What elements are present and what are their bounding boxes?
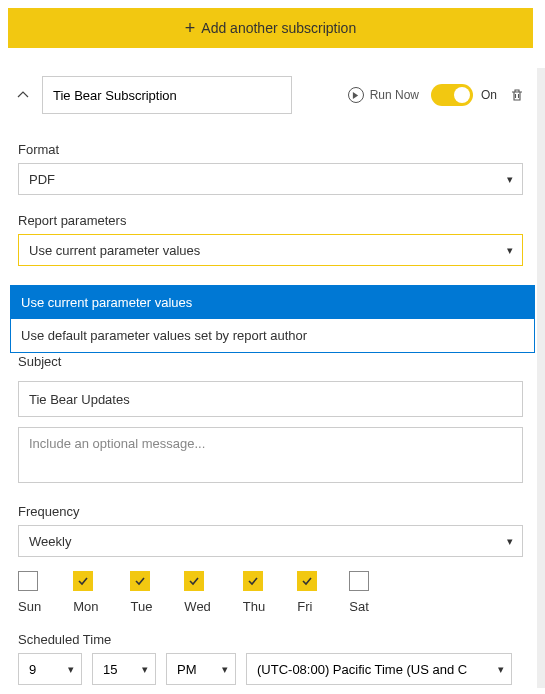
day-wed: Wed — [184, 571, 211, 614]
frequency-select[interactable]: Weekly — [18, 525, 523, 557]
subject-label: Subject — [18, 354, 523, 369]
ampm-select[interactable]: PM — [166, 653, 236, 685]
day-mon: Mon — [73, 571, 98, 614]
day-check-mon[interactable] — [73, 571, 93, 591]
run-now-button[interactable]: Run Now — [348, 87, 419, 103]
day-thu: Thu — [243, 571, 265, 614]
subject-input[interactable] — [18, 381, 523, 417]
day-label: Thu — [243, 599, 265, 614]
frequency-label: Frequency — [18, 504, 523, 519]
dropdown-option[interactable]: Use current parameter values — [11, 286, 534, 319]
day-check-tue[interactable] — [130, 571, 150, 591]
subscription-name-input[interactable] — [42, 76, 292, 114]
toggle-label: On — [481, 88, 497, 102]
day-tue: Tue — [130, 571, 152, 614]
scrollbar[interactable] — [537, 68, 545, 688]
run-now-label: Run Now — [370, 88, 419, 102]
scheduled-time-row: 9 15 PM (UTC-08:00) Pacific Time (US and… — [18, 653, 523, 685]
add-subscription-label: Add another subscription — [201, 20, 356, 36]
day-sun: Sun — [18, 571, 41, 614]
timezone-select[interactable]: (UTC-08:00) Pacific Time (US and C — [246, 653, 512, 685]
day-label: Wed — [184, 599, 211, 614]
report-parameters-select[interactable]: Use current parameter values — [18, 234, 523, 266]
day-label: Fri — [297, 599, 312, 614]
report-parameters-label: Report parameters — [18, 213, 523, 228]
day-selector: Sun Mon Tue Wed Thu — [18, 571, 523, 614]
day-fri: Fri — [297, 571, 317, 614]
plus-icon: + — [185, 19, 196, 37]
day-label: Mon — [73, 599, 98, 614]
subscription-header: Run Now On — [8, 76, 533, 114]
day-label: Tue — [130, 599, 152, 614]
day-label: Sat — [349, 599, 369, 614]
subscription-card: Run Now On Format PDF Report parameters … — [8, 76, 533, 685]
chevron-up-icon[interactable] — [16, 88, 30, 102]
day-label: Sun — [18, 599, 41, 614]
hour-select[interactable]: 9 — [18, 653, 82, 685]
on-off-toggle[interactable] — [431, 84, 473, 106]
day-sat: Sat — [349, 571, 369, 614]
add-subscription-button[interactable]: + Add another subscription — [8, 8, 533, 48]
day-check-sat[interactable] — [349, 571, 369, 591]
report-parameters-dropdown: Use current parameter values Use default… — [10, 285, 535, 353]
trash-icon[interactable] — [509, 87, 525, 103]
minute-select[interactable]: 15 — [92, 653, 156, 685]
subscription-form: Format PDF Report parameters Use current… — [8, 114, 533, 685]
dropdown-option[interactable]: Use default parameter values set by repo… — [11, 319, 534, 352]
format-select[interactable]: PDF — [18, 163, 523, 195]
message-textarea[interactable] — [18, 427, 523, 483]
day-check-wed[interactable] — [184, 571, 204, 591]
scheduled-time-label: Scheduled Time — [18, 632, 523, 647]
day-check-fri[interactable] — [297, 571, 317, 591]
day-check-sun[interactable] — [18, 571, 38, 591]
format-label: Format — [18, 142, 523, 157]
day-check-thu[interactable] — [243, 571, 263, 591]
play-icon — [348, 87, 364, 103]
